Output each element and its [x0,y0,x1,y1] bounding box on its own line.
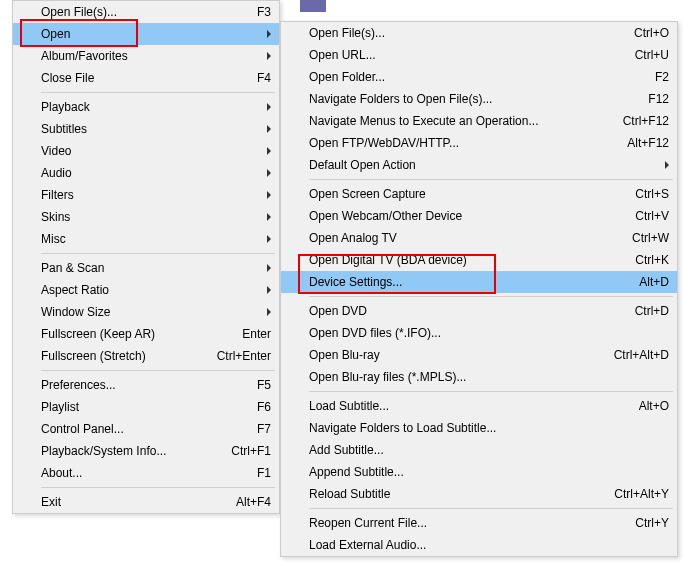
menu-item-load-subtitle[interactable]: Load Subtitle...Alt+O [281,395,677,417]
main-context-menu: Open File(s)...F3OpenAlbum/FavoritesClos… [12,0,280,514]
menu-item-audio[interactable]: Audio [13,162,279,184]
menu-item-append-subtitle[interactable]: Append Subtitle... [281,461,677,483]
menu-item-label: Close File [41,71,241,85]
menu-item-label: Open Blu-ray [309,348,598,362]
toolbar-fragment [300,0,326,12]
menu-item-shortcut: Ctrl+S [635,187,669,201]
menu-item-open-dvd[interactable]: Open DVDCtrl+D [281,300,677,322]
menu-item-add-subtitle[interactable]: Add Subtitle... [281,439,677,461]
menu-item-shortcut: Alt+D [639,275,669,289]
menu-item-skins[interactable]: Skins [13,206,279,228]
menu-separator [41,487,275,488]
menu-item-label: Open [41,27,271,41]
menu-item-label: Filters [41,188,271,202]
menu-item-playlist[interactable]: PlaylistF6 [13,396,279,418]
menu-item-shortcut: F3 [257,5,271,19]
menu-item-fullscreen-stretch[interactable]: Fullscreen (Stretch)Ctrl+Enter [13,345,279,367]
menu-item-shortcut: Ctrl+Alt+Y [614,487,669,501]
menu-item-shortcut: Ctrl+D [635,304,669,318]
menu-item-shortcut: Ctrl+Y [635,516,669,530]
menu-item-shortcut: Ctrl+V [635,209,669,223]
menu-item-reopen-current-file[interactable]: Reopen Current File...Ctrl+Y [281,512,677,534]
menu-item-open-webcam-other-device[interactable]: Open Webcam/Other DeviceCtrl+V [281,205,677,227]
menu-item-subtitles[interactable]: Subtitles [13,118,279,140]
menu-item-label: Navigate Folders to Load Subtitle... [309,421,669,435]
menu-item-aspect-ratio[interactable]: Aspect Ratio [13,279,279,301]
chevron-right-icon [267,52,271,60]
menu-item-filters[interactable]: Filters [13,184,279,206]
menu-item-open-dvd-files-ifo[interactable]: Open DVD files (*.IFO)... [281,322,677,344]
menu-item-album-favorites[interactable]: Album/Favorites [13,45,279,67]
menu-item-window-size[interactable]: Window Size [13,301,279,323]
menu-item-label: Skins [41,210,271,224]
menu-item-pan-scan[interactable]: Pan & Scan [13,257,279,279]
menu-item-shortcut: Enter [242,327,271,341]
menu-item-label: Exit [41,495,220,509]
menu-item-label: Device Settings... [309,275,623,289]
menu-item-open[interactable]: Open [13,23,279,45]
chevron-right-icon [267,30,271,38]
menu-item-label: Append Subtitle... [309,465,669,479]
menu-item-reload-subtitle[interactable]: Reload SubtitleCtrl+Alt+Y [281,483,677,505]
menu-item-label: Aspect Ratio [41,283,271,297]
chevron-right-icon [267,191,271,199]
menu-item-label: Subtitles [41,122,271,136]
chevron-right-icon [267,308,271,316]
menu-item-label: Playback [41,100,271,114]
menu-item-label: Open Screen Capture [309,187,619,201]
menu-item-open-digital-tv-bda-device[interactable]: Open Digital TV (BDA device)Ctrl+K [281,249,677,271]
chevron-right-icon [267,235,271,243]
menu-item-shortcut: Ctrl+U [635,48,669,62]
menu-item-label: Open File(s)... [309,26,618,40]
menu-item-label: Open Digital TV (BDA device) [309,253,619,267]
menu-item-preferences[interactable]: Preferences...F5 [13,374,279,396]
menu-separator [41,370,275,371]
menu-item-open-folder[interactable]: Open Folder...F2 [281,66,677,88]
chevron-right-icon [267,103,271,111]
chevron-right-icon [267,286,271,294]
menu-item-close-file[interactable]: Close FileF4 [13,67,279,89]
menu-item-navigate-folders-to-load-subtitle[interactable]: Navigate Folders to Load Subtitle... [281,417,677,439]
menu-item-exit[interactable]: ExitAlt+F4 [13,491,279,513]
menu-item-open-blu-ray[interactable]: Open Blu-rayCtrl+Alt+D [281,344,677,366]
menu-item-open-file-s[interactable]: Open File(s)...Ctrl+O [281,22,677,44]
menu-item-default-open-action[interactable]: Default Open Action [281,154,677,176]
menu-item-fullscreen-keep-ar[interactable]: Fullscreen (Keep AR)Enter [13,323,279,345]
menu-item-shortcut: Ctrl+Enter [217,349,271,363]
menu-item-shortcut: F2 [655,70,669,84]
menu-item-load-external-audio[interactable]: Load External Audio... [281,534,677,556]
menu-item-navigate-folders-to-open-file-s[interactable]: Navigate Folders to Open File(s)...F12 [281,88,677,110]
menu-item-label: Misc [41,232,271,246]
menu-item-open-blu-ray-files-mpls[interactable]: Open Blu-ray files (*.MPLS)... [281,366,677,388]
menu-item-open-url[interactable]: Open URL...Ctrl+U [281,44,677,66]
menu-item-about[interactable]: About...F1 [13,462,279,484]
menu-item-label: Load External Audio... [309,538,669,552]
menu-item-label: Open DVD files (*.IFO)... [309,326,669,340]
menu-item-label: Playlist [41,400,241,414]
menu-item-label: Navigate Menus to Execute an Operation..… [309,114,607,128]
menu-item-shortcut: Alt+F4 [236,495,271,509]
menu-item-label: Preferences... [41,378,241,392]
menu-item-control-panel[interactable]: Control Panel...F7 [13,418,279,440]
menu-item-label: About... [41,466,241,480]
menu-item-playback-system-info[interactable]: Playback/System Info...Ctrl+F1 [13,440,279,462]
menu-item-video[interactable]: Video [13,140,279,162]
menu-item-misc[interactable]: Misc [13,228,279,250]
menu-item-playback[interactable]: Playback [13,96,279,118]
menu-item-label: Playback/System Info... [41,444,215,458]
menu-item-open-screen-capture[interactable]: Open Screen CaptureCtrl+S [281,183,677,205]
menu-item-label: Audio [41,166,271,180]
menu-item-shortcut: F12 [648,92,669,106]
menu-item-navigate-menus-to-execute-an-operation[interactable]: Navigate Menus to Execute an Operation..… [281,110,677,132]
menu-item-open-file-s[interactable]: Open File(s)...F3 [13,1,279,23]
menu-item-label: Open DVD [309,304,619,318]
chevron-right-icon [267,169,271,177]
menu-item-shortcut: Alt+O [639,399,669,413]
menu-item-open-analog-tv[interactable]: Open Analog TVCtrl+W [281,227,677,249]
menu-separator [309,296,673,297]
menu-separator [309,508,673,509]
menu-item-device-settings[interactable]: Device Settings...Alt+D [281,271,677,293]
menu-item-open-ftp-webdav-http[interactable]: Open FTP/WebDAV/HTTP...Alt+F12 [281,132,677,154]
menu-separator [41,253,275,254]
menu-item-label: Window Size [41,305,271,319]
